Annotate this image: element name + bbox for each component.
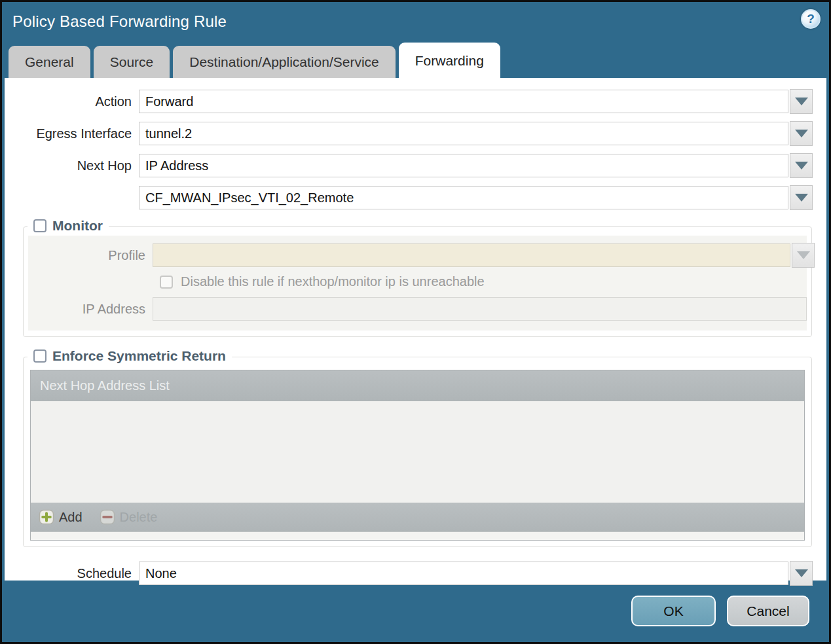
symmetric-return-fieldset: Enforce Symmetric Return Next Hop Addres…	[23, 357, 812, 547]
monitor-ip-address-input	[153, 297, 807, 321]
action-select[interactable]: Forward	[139, 90, 788, 113]
symmetric-return-legend-label: Enforce Symmetric Return	[52, 348, 226, 364]
disable-rule-label: Disable this rule if nexthop/monitor ip …	[181, 274, 485, 289]
tab-general[interactable]: General	[9, 46, 90, 78]
disable-rule-checkbox	[160, 276, 173, 289]
chevron-down-icon	[795, 98, 808, 105]
dialog-action-bar: OK Cancel	[631, 596, 809, 626]
next-hop-row: Next Hop IP Address	[5, 153, 826, 178]
chevron-down-icon	[795, 194, 808, 202]
profile-label: Profile	[28, 248, 153, 263]
chevron-down-icon	[797, 251, 810, 259]
tab-forwarding[interactable]: Forwarding	[399, 43, 500, 78]
schedule-row: Schedule None	[5, 561, 826, 586]
profile-row: Profile	[28, 243, 807, 268]
action-dropdown-button[interactable]	[790, 89, 813, 114]
egress-interface-row: Egress Interface tunnel.2	[5, 121, 826, 146]
chevron-down-icon	[795, 569, 808, 577]
minus-icon	[100, 509, 115, 525]
table-footer: Add Delete	[31, 503, 804, 531]
cancel-button[interactable]: Cancel	[727, 596, 809, 626]
action-row: Action Forward	[5, 89, 826, 114]
pbf-rule-dialog: Policy Based Forwarding Rule ? General S…	[0, 0, 831, 644]
monitor-legend-label: Monitor	[52, 218, 103, 234]
disable-rule-row: Disable this rule if nexthop/monitor ip …	[160, 274, 807, 289]
next-hop-label: Next Hop	[5, 158, 139, 173]
profile-select	[153, 243, 790, 267]
monitor-panel: Profile Disable this rule if nexthop/mon…	[28, 236, 807, 331]
egress-interface-dropdown-button[interactable]	[790, 121, 813, 146]
add-button[interactable]: Add	[39, 509, 83, 525]
next-hop-address-list-table: Next Hop Address List Add	[30, 370, 805, 541]
monitor-ip-address-label: IP Address	[28, 302, 153, 317]
delete-button-label: Delete	[120, 510, 158, 525]
egress-interface-label: Egress Interface	[5, 126, 139, 141]
symmetric-return-checkbox[interactable]	[33, 349, 46, 363]
monitor-ip-address-row: IP Address	[28, 297, 807, 321]
schedule-dropdown-button[interactable]	[790, 561, 813, 586]
monitor-checkbox[interactable]	[33, 219, 46, 232]
next-hop-address-dropdown-button[interactable]	[790, 185, 813, 210]
table-body-empty[interactable]	[31, 401, 804, 503]
next-hop-type-select[interactable]: IP Address	[139, 154, 788, 177]
chevron-down-icon	[795, 162, 808, 170]
schedule-label: Schedule	[5, 566, 139, 581]
monitor-fieldset: Monitor Profile Disable this rule if nex…	[23, 226, 812, 337]
egress-interface-select[interactable]: tunnel.2	[139, 122, 788, 145]
tab-destination-application-service[interactable]: Destination/Application/Service	[173, 46, 396, 78]
delete-button: Delete	[100, 509, 158, 525]
symmetric-return-legend: Enforce Symmetric Return	[28, 348, 232, 364]
plus-icon	[39, 509, 54, 525]
ok-button[interactable]: OK	[631, 596, 716, 626]
table-pager-strip	[31, 531, 804, 540]
monitor-legend: Monitor	[28, 218, 109, 234]
action-label: Action	[5, 94, 139, 109]
next-hop-type-dropdown-button[interactable]	[790, 153, 813, 178]
tab-content-forwarding: Action Forward Egress Interface tunnel.2…	[5, 78, 826, 581]
chevron-down-icon	[795, 130, 808, 137]
table-header-next-hop-address-list: Next Hop Address List	[31, 370, 804, 401]
dialog-title: Policy Based Forwarding Rule	[12, 12, 227, 31]
schedule-select[interactable]: None	[139, 562, 788, 585]
tab-strip: General Source Destination/Application/S…	[2, 43, 829, 78]
profile-dropdown-button	[792, 243, 815, 268]
next-hop-address-row: CF_MWAN_IPsec_VTI_02_Remote	[5, 185, 826, 210]
tab-source[interactable]: Source	[94, 46, 170, 78]
next-hop-address-select[interactable]: CF_MWAN_IPsec_VTI_02_Remote	[139, 186, 788, 209]
dialog-titlebar: Policy Based Forwarding Rule ?	[2, 2, 829, 43]
help-icon[interactable]: ?	[801, 9, 821, 29]
add-button-label: Add	[59, 510, 83, 525]
